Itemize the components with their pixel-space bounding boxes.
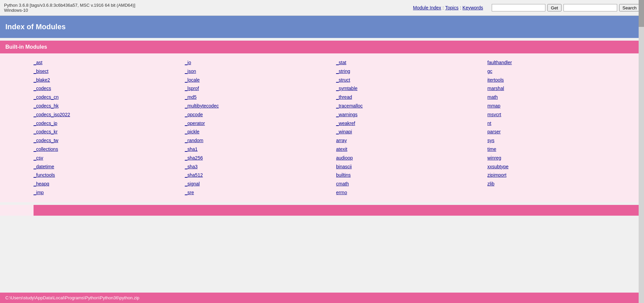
module-link[interactable]: _tracemalloc <box>336 102 487 110</box>
module-link[interactable]: gc <box>487 68 639 76</box>
nav-links: Module Index : Topics : Keywords <box>413 5 483 10</box>
search-input[interactable] <box>564 4 617 11</box>
module-link[interactable]: _codecs_cn <box>34 93 185 101</box>
go-button[interactable]: Get <box>547 4 561 11</box>
header-nav: Module Index : Topics : Keywords Get Sea… <box>413 3 640 11</box>
module-link[interactable]: time <box>487 145 639 154</box>
scrollbar[interactable] <box>639 0 644 303</box>
module-link[interactable]: _weakref <box>336 120 487 128</box>
go-input[interactable] <box>492 4 545 11</box>
module-link[interactable]: _csv <box>34 154 185 162</box>
module-link[interactable]: binascii <box>336 163 487 171</box>
module-link[interactable]: _datetime <box>34 163 185 171</box>
module-link[interactable]: _codecs_tw <box>34 137 185 145</box>
keywords-link[interactable]: Keywords <box>463 5 483 10</box>
module-link[interactable]: parser <box>487 128 639 136</box>
module-link[interactable]: _pickle <box>185 128 336 136</box>
module-link[interactable]: _json <box>185 68 336 76</box>
footer-path: C:\Users\study\AppData\Local\Programs\Py… <box>0 293 644 303</box>
module-link[interactable]: _collections <box>34 145 185 154</box>
module-link[interactable]: _codecs_jp <box>34 120 185 128</box>
module-col-3: _stat_string_struct_symtable_thread_trac… <box>336 59 487 197</box>
module-link[interactable]: _lsprof <box>185 85 336 93</box>
module-link[interactable]: nt <box>487 120 639 128</box>
index-title: Index of Modules <box>5 23 639 31</box>
module-link[interactable]: _codecs <box>34 85 185 93</box>
builtin-header: Built-in Modules <box>0 41 644 53</box>
module-link[interactable]: msvcrt <box>487 111 639 119</box>
header-version-info: Python 3.6.8 [tags/v3.6.8:3c6b436a57, MS… <box>4 3 135 13</box>
module-link[interactable]: _multibytecodec <box>185 102 336 110</box>
builtin-section: Built-in Modules _ast_bisect_blake2_code… <box>0 41 644 202</box>
module-link[interactable]: _codecs_iso2022 <box>34 111 185 119</box>
module-link[interactable]: errno <box>336 189 487 197</box>
module-link[interactable]: _ast <box>34 59 185 67</box>
module-link[interactable]: _thread <box>336 93 487 101</box>
module-link[interactable]: _codecs_kr <box>34 128 185 136</box>
module-link[interactable]: _bisect <box>34 68 185 76</box>
module-link[interactable]: _sha512 <box>185 171 336 179</box>
module-link[interactable]: _locale <box>185 76 336 84</box>
module-link[interactable]: _winapi <box>336 128 487 136</box>
module-link[interactable]: _codecs_hk <box>34 102 185 110</box>
module-index-link[interactable]: Module Index <box>413 5 441 10</box>
topics-link[interactable]: Topics <box>445 5 459 10</box>
module-link[interactable]: _sre <box>185 189 336 197</box>
module-link[interactable]: _blake2 <box>34 76 185 84</box>
module-link[interactable]: zlib <box>487 180 639 188</box>
module-link[interactable]: _random <box>185 137 336 145</box>
builtin-title: Built-in Modules <box>5 44 639 50</box>
module-link[interactable]: zipimport <box>487 171 639 179</box>
module-link[interactable]: array <box>336 137 487 145</box>
module-link[interactable]: mmap <box>487 102 639 110</box>
version-line1: Python 3.6.8 [tags/v3.6.8:3c6b436a57, MS… <box>4 3 135 8</box>
module-link[interactable]: _io <box>185 59 336 67</box>
module-link[interactable]: _signal <box>185 180 336 188</box>
builtin-content: _ast_bisect_blake2_codecs_codecs_cn_code… <box>0 53 644 202</box>
module-link[interactable]: marshal <box>487 85 639 93</box>
module-link[interactable]: _sha256 <box>185 154 336 162</box>
nav-separator-1: : <box>442 5 444 10</box>
module-link[interactable]: itertools <box>487 76 639 84</box>
module-col-4: faulthandlergcitertoolsmarshalmathmmapms… <box>487 59 639 197</box>
bottom-bar <box>0 205 644 216</box>
module-link[interactable]: _operator <box>185 120 336 128</box>
module-link[interactable]: xxsubtype <box>487 163 639 171</box>
module-link[interactable]: _sha3 <box>185 163 336 171</box>
module-link[interactable]: atexit <box>336 145 487 154</box>
scrollbar-thumb[interactable] <box>639 0 644 27</box>
module-link[interactable]: _imp <box>34 189 185 197</box>
module-link[interactable]: cmath <box>336 180 487 188</box>
module-col-2: _io_json_locale_lsprof_md5_multibytecode… <box>185 59 336 197</box>
module-link[interactable]: math <box>487 93 639 101</box>
module-link[interactable]: faulthandler <box>487 59 639 67</box>
version-line2: Windows-10 <box>4 8 135 13</box>
module-link[interactable]: _symtable <box>336 85 487 93</box>
module-link[interactable]: _stat <box>336 59 487 67</box>
module-link[interactable]: _opcode <box>185 111 336 119</box>
module-link[interactable]: _struct <box>336 76 487 84</box>
index-header: Index of Modules <box>0 16 644 38</box>
module-col-1: _ast_bisect_blake2_codecs_codecs_cn_code… <box>34 59 185 197</box>
module-link[interactable]: winreg <box>487 154 639 162</box>
header: Python 3.6.8 [tags/v3.6.8:3c6b436a57, MS… <box>0 0 644 16</box>
module-link[interactable]: audioop <box>336 154 487 162</box>
bottom-bar-inner <box>0 205 34 216</box>
nav-separator-2: : <box>460 5 461 10</box>
module-link[interactable]: _md5 <box>185 93 336 101</box>
module-link[interactable]: sys <box>487 137 639 145</box>
search-button[interactable]: Search <box>619 4 640 11</box>
module-link[interactable]: _functools <box>34 171 185 179</box>
module-link[interactable]: _heapq <box>34 180 185 188</box>
module-link[interactable]: builtins <box>336 171 487 179</box>
module-link[interactable]: _sha1 <box>185 145 336 154</box>
module-link[interactable]: _string <box>336 68 487 76</box>
module-link[interactable]: _warnings <box>336 111 487 119</box>
